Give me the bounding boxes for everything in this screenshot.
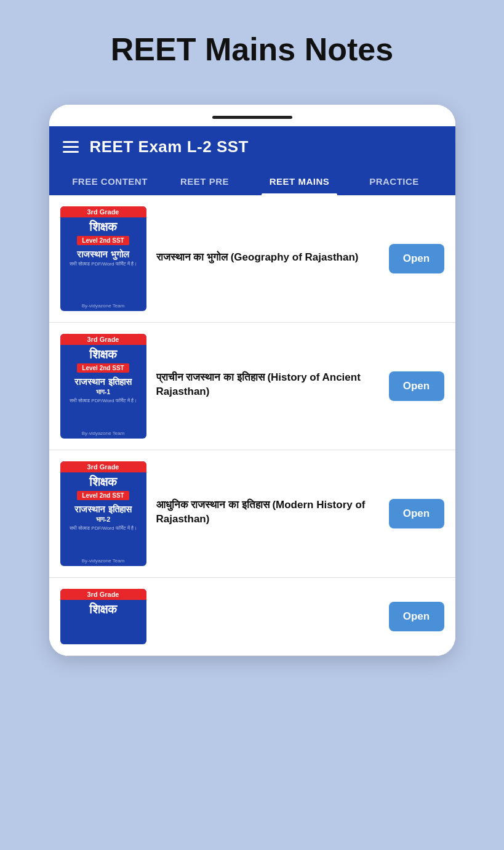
subject-name: राजस्थान इतिहास bbox=[72, 374, 134, 387]
part-label: भाग-2 bbox=[96, 515, 111, 524]
level-badge: Level 2nd SST bbox=[77, 363, 129, 373]
phone-notch bbox=[49, 105, 455, 126]
open-button-2[interactable]: Open bbox=[389, 371, 444, 401]
shikshak-title: शिक्षक bbox=[86, 472, 121, 490]
content-list: 3rd Grade शिक्षक Level 2nd SST राजस्थान … bbox=[49, 195, 455, 656]
team-credit: By-vidyazone Team bbox=[82, 558, 125, 564]
shikshak-title: शिक्षक bbox=[86, 345, 121, 362]
item-info-2: प्राचीन राजस्थान का इतिहास (History of A… bbox=[156, 371, 379, 402]
notch-bar bbox=[212, 116, 292, 119]
tab-reet-pre[interactable]: REET PRE bbox=[158, 168, 252, 195]
grade-badge: 3rd Grade bbox=[60, 334, 146, 345]
subject-name: राजस्थान इतिहास bbox=[72, 501, 134, 515]
open-button-4[interactable]: Open bbox=[389, 602, 444, 631]
list-item: 3rd Grade शिक्षक Level 2nd SST राजस्थान … bbox=[49, 450, 455, 578]
tab-reet-mains[interactable]: REET MAINS bbox=[252, 168, 347, 195]
book-cover-1: 3rd Grade शिक्षक Level 2nd SST राजस्थान … bbox=[60, 206, 146, 311]
book-cover-2: 3rd Grade शिक्षक Level 2nd SST राजस्थान … bbox=[60, 334, 146, 439]
book-cover-3: 3rd Grade शिक्षक Level 2nd SST राजस्थान … bbox=[60, 461, 146, 566]
item-info-1: राजस्थान का भुगोल (Geography of Rajastha… bbox=[156, 251, 379, 267]
pdf-note: सभी सोल्वड PDF/Word फॉर्मेट में है। bbox=[67, 397, 139, 405]
app-header: REET Exam L-2 SST FREE CONTENT REET PRE … bbox=[49, 126, 455, 195]
item-info-3: आधुनिक राजस्थान का इतिहास (Modern Histor… bbox=[156, 498, 379, 529]
tab-free-content[interactable]: FREE CONTENT bbox=[63, 168, 158, 195]
shikshak-title: शिक्षक bbox=[86, 600, 121, 617]
open-button-1[interactable]: Open bbox=[389, 244, 444, 273]
hamburger-menu-icon[interactable] bbox=[63, 141, 79, 153]
list-item: 3rd Grade शिक्षक Open bbox=[49, 578, 455, 656]
item-title-3: आधुनिक राजस्थान का इतिहास (Modern Histor… bbox=[156, 498, 379, 527]
team-credit: By-vidyazone Team bbox=[82, 431, 125, 436]
page-title: REET Mains Notes bbox=[86, 31, 418, 68]
level-badge: Level 2nd SST bbox=[77, 236, 129, 245]
list-item: 3rd Grade शिक्षक Level 2nd SST राजस्थान … bbox=[49, 195, 455, 323]
tab-bar: FREE CONTENT REET PRE REET MAINS PRACTIC… bbox=[63, 168, 442, 195]
phone-frame: REET Exam L-2 SST FREE CONTENT REET PRE … bbox=[49, 105, 455, 656]
list-item: 3rd Grade शिक्षक Level 2nd SST राजस्थान … bbox=[49, 323, 455, 450]
shikshak-title: शिक्षक bbox=[86, 217, 121, 235]
level-badge: Level 2nd SST bbox=[77, 491, 129, 500]
book-cover-4: 3rd Grade शिक्षक bbox=[60, 589, 146, 644]
open-button-3[interactable]: Open bbox=[389, 499, 444, 528]
grade-badge: 3rd Grade bbox=[60, 461, 146, 472]
pdf-note: सभी सोल्वड PDF/Word फॉर्मेट में है। bbox=[67, 524, 139, 533]
app-header-title: REET Exam L-2 SST bbox=[90, 137, 249, 156]
grade-badge: 3rd Grade bbox=[60, 206, 146, 217]
pdf-note: सभी सोल्वड PDF/Word फॉर्मेट में है। bbox=[67, 260, 139, 269]
item-title-1: राजस्थान का भुगोल (Geography of Rajastha… bbox=[156, 251, 379, 265]
team-credit: By-vidyazone Team bbox=[82, 303, 125, 309]
grade-badge: 3rd Grade bbox=[60, 589, 146, 600]
item-title-2: प्राचीन राजस्थान का इतिहास (History of A… bbox=[156, 371, 379, 399]
part-label: भाग-1 bbox=[96, 387, 111, 397]
tab-practice[interactable]: PRACTICE bbox=[347, 168, 442, 195]
subject-name: राजस्थान भुगोल bbox=[74, 246, 131, 260]
